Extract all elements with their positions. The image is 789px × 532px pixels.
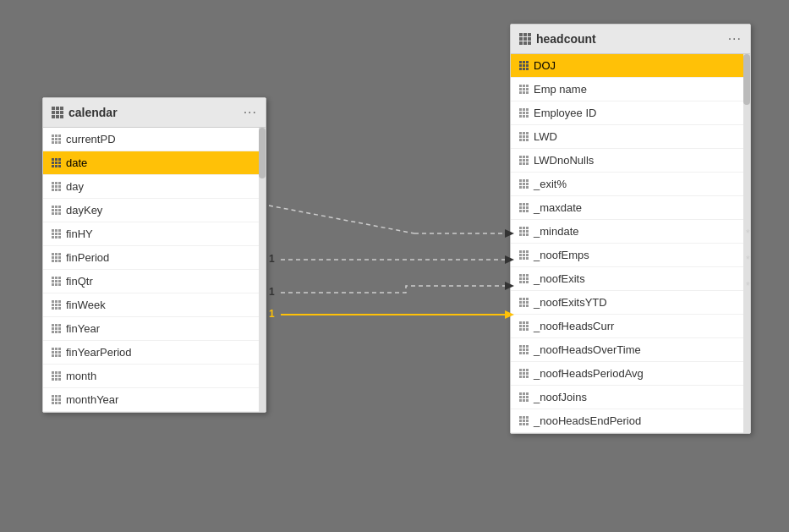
headcount-row-nooHeadsEndPeriod[interactable]: _nooHeadsEndPeriod (511, 409, 750, 433)
calendar-row-label-currentPD: currentPD (66, 133, 116, 145)
calendar-row-label-finYearPeriod: finYearPeriod (66, 346, 132, 359)
row-grid-icon (52, 348, 61, 357)
calendar-row-date[interactable]: date (43, 151, 266, 175)
calendar-row-month[interactable]: month (43, 365, 266, 388)
headcount-row-label-noofExitsYTD: _noofExitsYTD (534, 296, 607, 309)
row-grid-icon (519, 227, 529, 236)
headcount-row-noofJoins[interactable]: _noofJoins (511, 386, 750, 409)
headcount-row-noofHeadsOverTime[interactable]: _noofHeadsOverTime (511, 338, 750, 362)
calendar-row-label-monthYear: monthYear (66, 393, 118, 406)
headcount-row-label-exit: _exit% (534, 178, 567, 190)
calendar-row-day[interactable]: day (43, 175, 266, 199)
headcount-row-label-DOJ: DOJ (534, 59, 556, 72)
headcount-table: headcount ··· DOJEmp nameEmployee IDLWDL… (510, 24, 751, 434)
headcount-row-noofHeadsCurr[interactable]: _noofHeadsCurr (511, 315, 750, 338)
connector-4-label: 1 (269, 308, 275, 320)
row-grid-icon (519, 345, 529, 354)
calendar-row-label-month: month (66, 370, 96, 382)
headcount-row-LWD[interactable]: LWD (511, 125, 750, 149)
headcount-row-LWDnoNulls[interactable]: LWDnoNulls (511, 149, 750, 173)
connector-1-line (269, 206, 414, 233)
headcount-header: headcount ··· (511, 25, 750, 54)
headcount-row-EmployeeID[interactable]: Employee ID (511, 101, 750, 125)
headcount-row-label-maxdate: _maxdate (534, 201, 582, 214)
calendar-row-label-finYear: finYear (66, 322, 100, 335)
row-grid-icon (519, 416, 529, 425)
connector-3-label: 1 (269, 286, 275, 298)
calendar-more-icon[interactable]: ··· (244, 105, 257, 120)
headcount-more-icon[interactable]: ··· (728, 31, 742, 47)
row-grid-icon (519, 392, 529, 402)
row-grid-icon (52, 253, 61, 262)
calendar-row-label-finPeriod: finPeriod (66, 251, 109, 264)
row-grid-icon (519, 85, 529, 94)
row-grid-icon (52, 277, 61, 286)
calendar-table: calendar ··· currentPDdatedaydayKeyfinHY… (42, 97, 266, 413)
row-grid-icon (52, 395, 61, 404)
row-grid-icon (519, 132, 529, 141)
calendar-row-finHY[interactable]: finHY (43, 222, 266, 246)
headcount-grid-icon (519, 33, 531, 45)
row-grid-icon (52, 229, 61, 239)
calendar-row-label-date: date (66, 156, 87, 169)
headcount-row-label-noofEmps: _noofEmps (534, 249, 589, 261)
headcount-row-noofExits[interactable]: _noofExits (511, 267, 750, 291)
calendar-row-monthYear[interactable]: monthYear (43, 388, 266, 412)
headcount-row-label-noofHeadsOverTime: _noofHeadsOverTime (534, 343, 641, 356)
row-grid-icon (519, 250, 529, 260)
row-grid-icon (519, 369, 529, 378)
calendar-row-label-finHY: finHY (66, 228, 93, 240)
row-grid-icon (519, 179, 529, 189)
headcount-row-mindate[interactable]: _mindate (511, 220, 750, 244)
row-grid-icon (52, 324, 61, 333)
headcount-row-label-EmpName: Emp name (534, 83, 587, 96)
headcount-row-label-mindate: _mindate (534, 225, 578, 238)
headcount-row-maxdate[interactable]: _maxdate (511, 196, 750, 220)
headcount-row-label-EmployeeID: Employee ID (534, 107, 596, 119)
connector-2-label: 1 (269, 253, 275, 265)
headcount-row-label-noofExits: _noofExits (534, 272, 585, 285)
headcount-row-noofEmps[interactable]: _noofEmps (511, 244, 750, 267)
calendar-row-label-day: day (66, 180, 84, 193)
row-grid-icon (519, 203, 529, 212)
headcount-row-label-noofHeadsPeriodAvg: _noofHeadsPeriodAvg (534, 367, 644, 380)
calendar-row-label-finWeek: finWeek (66, 299, 106, 311)
headcount-row-label-noofJoins: _noofJoins (534, 391, 587, 403)
row-grid-icon (519, 321, 529, 331)
headcount-row-exit[interactable]: _exit% (511, 173, 750, 196)
headcount-row-label-nooHeadsEndPeriod: _nooHeadsEndPeriod (534, 414, 641, 427)
calendar-row-label-finQtr: finQtr (66, 275, 93, 288)
calendar-row-dayKey[interactable]: dayKey (43, 199, 266, 222)
calendar-row-finYearPeriod[interactable]: finYearPeriod (43, 341, 266, 365)
row-grid-icon (52, 206, 61, 215)
calendar-row-finWeek[interactable]: finWeek (43, 293, 266, 317)
calendar-title: calendar (68, 106, 118, 119)
calendar-row-currentPD[interactable]: currentPD (43, 128, 266, 151)
calendar-row-finQtr[interactable]: finQtr (43, 270, 266, 293)
row-grid-icon (52, 371, 61, 381)
headcount-title: headcount (536, 32, 596, 46)
headcount-row-EmpName[interactable]: Emp name (511, 78, 750, 101)
headcount-row-label-LWDnoNulls: LWDnoNulls (534, 154, 594, 167)
headcount-scrollbar[interactable] (743, 54, 750, 433)
calendar-scrollbar[interactable] (259, 128, 266, 412)
headcount-row-DOJ[interactable]: DOJ (511, 54, 750, 78)
row-grid-icon (52, 300, 61, 310)
row-grid-icon (52, 182, 61, 191)
calendar-row-finPeriod[interactable]: finPeriod (43, 246, 266, 270)
headcount-row-label-noofHeadsCurr: _noofHeadsCurr (534, 320, 614, 332)
headcount-row-noofExitsYTD[interactable]: _noofExitsYTD (511, 291, 750, 315)
row-grid-icon (519, 61, 529, 70)
headcount-row-noofHeadsPeriodAvg[interactable]: _noofHeadsPeriodAvg (511, 362, 750, 386)
row-grid-icon (519, 108, 529, 118)
row-grid-icon (519, 298, 529, 307)
calendar-row-finYear[interactable]: finYear (43, 317, 266, 341)
row-grid-icon (52, 134, 61, 144)
calendar-header: calendar ··· (43, 98, 266, 128)
headcount-row-label-LWD: LWD (534, 130, 557, 143)
table-grid-icon (52, 107, 63, 118)
calendar-row-label-dayKey: dayKey (66, 204, 102, 217)
row-grid-icon (52, 158, 61, 167)
row-grid-icon (519, 156, 529, 165)
row-grid-icon (519, 274, 529, 283)
